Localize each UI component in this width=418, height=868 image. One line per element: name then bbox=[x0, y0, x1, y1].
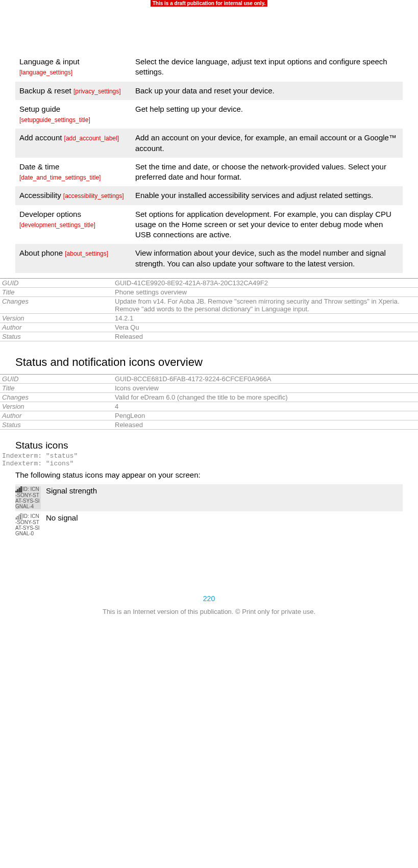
meta-row: AuthorPengLeon bbox=[0, 411, 418, 420]
meta-value: GUID-8CCE681D-6FAB-4172-9224-6CFCEF0A966… bbox=[115, 375, 418, 383]
meta-row: TitleIcons overview bbox=[0, 384, 418, 393]
meta-row: Version14.2.1 bbox=[0, 314, 418, 323]
meta-row: Version4 bbox=[0, 402, 418, 411]
meta-key: Author bbox=[0, 324, 115, 331]
icon-row: ID: ICN-SONY-STAT-SYS-SIGNAL-0No signal bbox=[15, 511, 403, 538]
settings-row: Date & time [date_and_time_settings_titl… bbox=[15, 158, 403, 187]
svg-rect-6 bbox=[19, 515, 20, 519]
meta-value: Phone settings overview bbox=[115, 288, 418, 296]
meta-row: ChangesUpdate from v14. For Aoba JB. Rem… bbox=[0, 297, 418, 314]
settings-description: Select the device language, adjust text … bbox=[135, 57, 403, 78]
meta-value: 4 bbox=[115, 403, 418, 410]
meta-key: Changes bbox=[0, 393, 115, 401]
settings-row: Language & input [language_settings]Sele… bbox=[15, 53, 403, 82]
settings-description: Back up your data and reset your device. bbox=[135, 86, 403, 96]
meta-value: PengLeon bbox=[115, 412, 418, 419]
settings-name: Setup guide [setupguide_settings_title] bbox=[15, 104, 135, 125]
settings-row: Setup guide [setupguide_settings_title]G… bbox=[15, 100, 403, 129]
settings-row: Accessibility [accessibility_settings]En… bbox=[15, 186, 403, 205]
svg-rect-7 bbox=[21, 513, 22, 519]
meta-key: Title bbox=[0, 288, 115, 296]
settings-row: About phone [about_settings]View informa… bbox=[15, 244, 403, 273]
settings-name: Add account [add_account_label] bbox=[15, 133, 135, 154]
settings-description: View information about your device, such… bbox=[135, 248, 403, 269]
settings-name: About phone [about_settings] bbox=[15, 248, 135, 269]
meta-key: Author bbox=[0, 412, 115, 419]
meta-row: ChangesValid for eDream 6.0 (changed the… bbox=[0, 393, 418, 402]
meta-row: TitlePhone settings overview bbox=[0, 288, 418, 297]
meta-key: Version bbox=[0, 314, 115, 322]
settings-description: Enable your installed accessibility serv… bbox=[135, 190, 403, 201]
footer-text: This is an Internet version of this publ… bbox=[0, 608, 418, 626]
icon-description: No signal bbox=[41, 513, 403, 536]
settings-name: Backup & reset [privacy_settings] bbox=[15, 86, 135, 96]
page-content: Language & input [language_settings]Sele… bbox=[0, 53, 418, 641]
signal-icon: ID: ICN-SONY-STAT-SYS-SIGNAL-4 bbox=[15, 486, 41, 509]
status-icons-table: ID: ICN-SONY-STAT-SYS-SIGNAL-4Signal str… bbox=[15, 484, 403, 538]
meta-value: Released bbox=[115, 421, 418, 429]
meta-row: AuthorVera Qu bbox=[0, 323, 418, 332]
icon-description: Signal strength bbox=[41, 486, 403, 509]
settings-name: Date & time [date_and_time_settings_titl… bbox=[15, 162, 135, 183]
meta-key: Version bbox=[0, 403, 115, 410]
meta-key: Status bbox=[0, 333, 115, 340]
meta-value: Icons overview bbox=[115, 384, 418, 392]
icon-row: ID: ICN-SONY-STAT-SYS-SIGNAL-4Signal str… bbox=[15, 484, 403, 511]
meta-key: GUID bbox=[0, 279, 115, 287]
settings-description: Set options for application development.… bbox=[135, 209, 403, 240]
signal-icon: ID: ICN-SONY-STAT-SYS-SIGNAL-0 bbox=[15, 513, 41, 536]
meta-value: Update from v14. For Aoba JB. Remove "sc… bbox=[115, 297, 418, 313]
meta-table-1: GUIDGUID-41CE9920-8E92-421A-873A-20C132C… bbox=[0, 278, 418, 341]
meta-table-2: GUIDGUID-8CCE681D-6FAB-4172-9224-6CFCEF0… bbox=[0, 374, 418, 430]
settings-table: Language & input [language_settings]Sele… bbox=[15, 53, 403, 273]
settings-description: Set the time and date, or choose the net… bbox=[135, 162, 403, 183]
meta-value: 14.2.1 bbox=[115, 314, 418, 322]
settings-name: Developer options [development_settings_… bbox=[15, 209, 135, 240]
draft-banner: This is a draft publication for internal… bbox=[151, 0, 268, 7]
section-heading: Status and notification icons overview bbox=[15, 356, 418, 369]
meta-value: Valid for eDream 6.0 (changed the title … bbox=[115, 393, 418, 401]
meta-row: GUIDGUID-41CE9920-8E92-421A-873A-20C132C… bbox=[0, 279, 418, 288]
indexterms: Indexterm: "status"Indexterm: "icons" bbox=[0, 452, 418, 467]
meta-value: Vera Qu bbox=[115, 324, 418, 331]
meta-key: Title bbox=[0, 384, 115, 392]
settings-row: Add account [add_account_label]Add an ac… bbox=[15, 129, 403, 158]
settings-name: Language & input [language_settings] bbox=[15, 57, 135, 78]
meta-row: StatusReleased bbox=[0, 420, 418, 430]
svg-rect-2 bbox=[19, 488, 20, 492]
svg-rect-3 bbox=[21, 486, 22, 492]
meta-key: GUID bbox=[0, 375, 115, 383]
meta-key: Changes bbox=[0, 297, 115, 313]
settings-description: Get help setting up your device. bbox=[135, 104, 403, 125]
settings-description: Add an account on your device, for examp… bbox=[135, 133, 403, 154]
meta-value: Released bbox=[115, 333, 418, 340]
meta-key: Status bbox=[0, 421, 115, 429]
settings-row: Backup & reset [privacy_settings]Back up… bbox=[15, 82, 403, 100]
subsection-heading: Status icons bbox=[15, 440, 418, 451]
indexterm: Indexterm: "status" bbox=[2, 452, 418, 460]
settings-row: Developer options [development_settings_… bbox=[15, 205, 403, 244]
page-number: 220 bbox=[0, 594, 418, 603]
intro-text: The following status icons may appear on… bbox=[15, 470, 403, 479]
settings-name: Accessibility [accessibility_settings] bbox=[15, 190, 135, 201]
meta-row: StatusReleased bbox=[0, 332, 418, 341]
indexterm: Indexterm: "icons" bbox=[2, 460, 418, 467]
meta-value: GUID-41CE9920-8E92-421A-873A-20C132CA49F… bbox=[115, 279, 418, 287]
meta-row: GUIDGUID-8CCE681D-6FAB-4172-9224-6CFCEF0… bbox=[0, 375, 418, 384]
